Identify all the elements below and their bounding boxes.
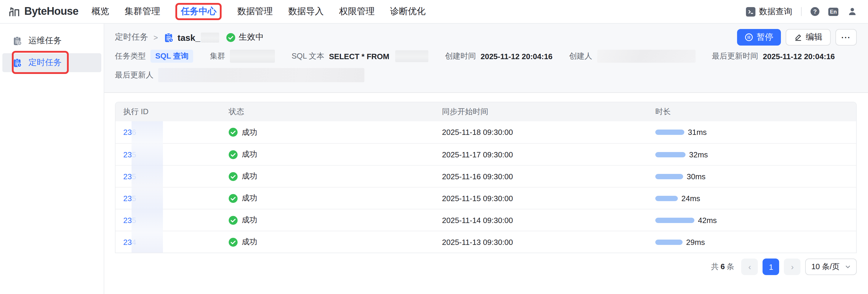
duration-cell: 29ms [648, 237, 856, 246]
pagination: 共6条 ‹ 1 › 10 条/页 [115, 258, 857, 275]
table-row: 236 成功 2025-11-18 09:30:00 31ms [116, 121, 856, 143]
field-sql-text: SQL 文本 SELECT * FROM [291, 50, 428, 62]
success-check-icon [229, 237, 238, 246]
column-header-status: 状态 [221, 107, 434, 117]
pause-button[interactable]: 暂停 [737, 29, 781, 45]
executions-table: 执行 ID 状态 同步开始时间 时长 236 成功 2025-11-18 [115, 102, 857, 253]
current-page-button[interactable]: 1 [763, 258, 779, 275]
main-content: 定时任务 > task_ [104, 24, 868, 294]
chevron-down-icon [845, 264, 851, 270]
chevron-right-icon: › [791, 262, 794, 271]
duration-cell: 31ms [648, 128, 856, 137]
duration-bar [655, 130, 684, 135]
sidebar: 运维任务 定时任务 [0, 24, 104, 294]
duration-bar [655, 217, 694, 223]
field-updater: 最后更新人 [115, 68, 364, 82]
duration-bar [655, 195, 678, 201]
field-cluster: 集群 [210, 50, 275, 63]
exec-id-link[interactable]: 236 [123, 128, 136, 137]
sidebar-item-label: 运维任务 [28, 36, 62, 46]
column-header-start-time: 同步开始时间 [434, 107, 648, 117]
duration-cell: 24ms [648, 194, 856, 203]
status-cell: 成功 [221, 193, 434, 204]
next-page-button[interactable]: › [784, 258, 801, 275]
exec-id-link[interactable]: 234 [123, 237, 136, 246]
status-cell: 成功 [221, 171, 434, 182]
task-info: 任务类型 SQL 查询 集群 SQL 文本 SELECT * FROM [115, 50, 857, 82]
more-actions-button[interactable]: ··· [835, 29, 857, 45]
nav-item-overview[interactable]: 概览 [92, 6, 109, 17]
exec-id-link[interactable]: 235 [123, 194, 136, 203]
nav-item-cluster-management[interactable]: 集群管理 [125, 6, 160, 17]
total-count: 6 [720, 262, 724, 271]
status-cell: 成功 [221, 215, 434, 225]
clipboard-clock-icon [12, 58, 22, 67]
success-check-icon [229, 194, 238, 203]
exec-id-link[interactable]: 235 [123, 216, 136, 224]
annotation-box-task-center: 任务中心 [176, 3, 222, 20]
breadcrumb-parent-link[interactable]: 定时任务 [115, 32, 148, 43]
brand[interactable]: ByteHouse [8, 5, 79, 18]
breadcrumb: 定时任务 > task_ [115, 29, 857, 45]
sidebar-item-scheduled-tasks[interactable]: 定时任务 [2, 53, 101, 72]
redacted-updater-value [158, 68, 364, 82]
table-row: 235 成功 2025-11-14 09:30:00 42ms [116, 209, 856, 231]
table-row: 235 成功 2025-11-15 09:30:00 24ms [116, 187, 856, 209]
exec-id-link[interactable]: 235 [123, 150, 136, 159]
bytehouse-logo-icon [8, 5, 21, 18]
chevron-left-icon: ‹ [748, 262, 751, 271]
brand-name: ByteHouse [24, 5, 79, 18]
table-row: 234 成功 2025-11-13 09:30:00 29ms [116, 231, 856, 253]
language-toggle[interactable]: En [828, 7, 838, 16]
breadcrumb-separator: > [153, 33, 158, 42]
task-name: task_ [178, 32, 200, 42]
task-detail-header: 定时任务 > task_ [104, 24, 868, 93]
duration-cell: 42ms [648, 216, 856, 224]
page-size-select[interactable]: 10 条/页 [805, 258, 857, 275]
main-nav: 概览 集群管理 任务中心 数据管理 数据导入 权限管理 诊断优化 [92, 3, 426, 20]
sidebar-item-ops-tasks[interactable]: 运维任务 [2, 31, 101, 50]
nav-item-task-center[interactable]: 任务中心 [181, 6, 217, 17]
redacted-task-name [201, 32, 219, 42]
nav-item-data-import[interactable]: 数据导入 [288, 6, 324, 17]
field-updated-at: 最后更新时间 2025-11-12 20:04:16 [712, 51, 835, 62]
start-time-cell: 2025-11-15 09:30:00 [434, 194, 648, 203]
field-task-type: 任务类型 SQL 查询 [115, 50, 193, 63]
top-navbar: ByteHouse 概览 集群管理 任务中心 数据管理 数据导入 权限管理 诊断… [0, 0, 868, 24]
user-avatar-icon[interactable] [847, 6, 857, 16]
duration-bar [655, 239, 683, 245]
task-clipboard-clock-icon [163, 32, 173, 42]
clipboard-gear-icon [12, 36, 22, 45]
redacted-cluster-value [230, 50, 275, 63]
nav-item-permission-management[interactable]: 权限管理 [339, 6, 375, 17]
prev-page-button[interactable]: ‹ [742, 258, 758, 275]
table-body: 236 成功 2025-11-18 09:30:00 31ms [116, 121, 856, 253]
table-header-row: 执行 ID 状态 同步开始时间 时长 [116, 102, 856, 121]
task-status-badge: 生效中 [226, 32, 264, 43]
check-circle-icon [226, 33, 235, 42]
navbar-divider [801, 7, 802, 16]
terminal-icon [746, 7, 755, 16]
task-status-label: 生效中 [239, 32, 264, 43]
edit-button[interactable]: 编辑 [786, 29, 831, 45]
status-cell: 成功 [221, 149, 434, 160]
exec-id-link[interactable]: 235 [123, 172, 136, 181]
header-actions: 暂停 编辑 ··· [737, 29, 857, 45]
redacted-creator-value [597, 50, 695, 63]
nav-item-data-management[interactable]: 数据管理 [237, 6, 273, 17]
sidebar-item-label: 定时任务 [28, 58, 62, 68]
table-row: 235 成功 2025-11-17 09:30:00 32ms [116, 143, 856, 165]
success-check-icon [229, 216, 238, 224]
pencil-icon [794, 33, 802, 41]
duration-cell: 32ms [648, 150, 856, 159]
data-query-button[interactable]: 数据查询 [746, 6, 792, 17]
start-time-cell: 2025-11-16 09:30:00 [434, 172, 648, 181]
status-cell: 成功 [221, 236, 434, 247]
column-header-duration: 时长 [648, 107, 856, 117]
start-time-cell: 2025-11-17 09:30:00 [434, 150, 648, 159]
nav-item-diagnostics[interactable]: 诊断优化 [390, 6, 426, 17]
redacted-sql-value [395, 50, 428, 62]
help-icon[interactable]: ? [810, 7, 819, 16]
field-created-at: 创建时间 2025-11-12 20:04:16 [445, 51, 553, 62]
duration-bar [655, 152, 685, 157]
